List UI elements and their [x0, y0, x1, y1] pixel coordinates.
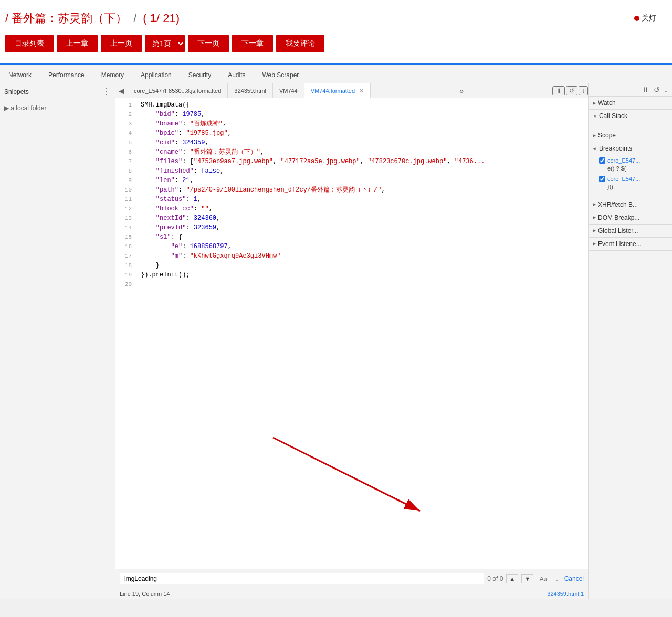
pause-button[interactable]: ⏸	[552, 86, 565, 95]
step-over-debugger-button[interactable]: ↺	[653, 86, 661, 94]
next-page-button[interactable]: 下一页	[188, 35, 229, 52]
light-icon	[634, 16, 639, 21]
search-input[interactable]	[120, 573, 484, 584]
comment-button[interactable]: 我要评论	[276, 35, 324, 52]
call-stack-section: ▼ Call Stack	[589, 110, 672, 129]
xhr-section-toggle[interactable]: ▶ XHR/fetch B...	[589, 198, 672, 211]
search-count: 0 of 0	[487, 575, 503, 582]
tab-audits[interactable]: Audits	[219, 68, 254, 83]
snippets-title: Snippets	[4, 88, 29, 95]
snippets-header: Snippets ⋮	[0, 83, 115, 100]
dom-triangle-icon: ▶	[593, 215, 596, 220]
event-section-toggle[interactable]: ▶ Event Listene...	[589, 238, 672, 250]
search-dot-option[interactable]: .	[553, 574, 561, 583]
editor-tab-0[interactable]: core_E5477F8530...8.js:formatted	[128, 83, 228, 98]
scope-section-toggle[interactable]: ▶ Scope	[589, 129, 672, 142]
snippets-body: ▶ a local folder	[0, 100, 115, 599]
code-container[interactable]: 1 2 3 4 5 6 7 8 9 10 11 12 13	[116, 98, 588, 569]
page-title: / 番外篇：苏灵韵（下） / ( 1/ 21) 关灯	[5, 10, 656, 26]
prev-chapter-button[interactable]: 上一章	[57, 35, 98, 52]
editor-wrapper: 1 2 3 4 5 6 7 8 9 10 11 12 13	[116, 98, 588, 569]
global-section: ▶ Global Lister...	[589, 225, 672, 238]
call-stack-content	[589, 122, 672, 129]
title-divider: /	[133, 12, 136, 25]
event-section: ▶ Event Listene...	[589, 238, 672, 251]
page-content: / 番外篇：苏灵韵（下） / ( 1/ 21) 关灯 目录列表 上一章 上一页 …	[0, 0, 672, 63]
editor-tabs: ◀ core_E5477F8530...8.js:formatted 32435…	[116, 83, 588, 98]
title-prefix: / 番外篇：苏灵韵（下）	[5, 10, 127, 26]
search-next-button[interactable]: ▼	[521, 574, 533, 583]
scope-section: ▶ Scope	[589, 129, 672, 142]
breakpoints-triangle-icon: ▼	[592, 146, 597, 151]
light-button[interactable]: 关灯	[634, 14, 656, 23]
pause-debugger-button[interactable]: ⏸	[641, 86, 650, 94]
editor-status-bar: Line 19, Column 14 324359.html:1	[116, 588, 588, 599]
close-tab-icon[interactable]: ✕	[359, 83, 364, 98]
cursor-position: Line 19, Column 14	[120, 591, 170, 597]
search-aa-option[interactable]: Aa	[537, 574, 550, 583]
snippets-panel: Snippets ⋮ ▶ a local folder	[0, 83, 116, 599]
search-prev-button[interactable]: ▲	[506, 574, 518, 583]
toc-button[interactable]: 目录列表	[5, 35, 54, 52]
breakpoints-content: core_E547... e() ? $( core_E547... }(),	[589, 155, 672, 198]
editor-area: ◀ core_E5477F8530...8.js:formatted 32435…	[116, 83, 588, 599]
devtools-tabs: Network Performance Memory Application S…	[0, 65, 672, 83]
tab-network[interactable]: Network	[0, 68, 40, 83]
breakpoint-checkbox-0[interactable]	[599, 157, 605, 164]
editor-search: 0 of 0 ▲ ▼ Aa . Cancel	[116, 569, 588, 588]
step-in-button[interactable]: ↓	[663, 86, 669, 94]
tab-security[interactable]: Security	[180, 68, 219, 83]
editor-tab-back-icon[interactable]: ◀	[116, 87, 128, 95]
editor-tab-actions: ⏸ ↺ ↓	[552, 86, 588, 95]
watch-section: ▶ Watch	[589, 97, 672, 110]
breakpoint-item-0: core_E547... e() ? $(	[599, 157, 668, 173]
xhr-section: ▶ XHR/fetch B...	[589, 198, 672, 211]
tab-memory[interactable]: Memory	[93, 68, 132, 83]
watch-section-toggle[interactable]: ▶ Watch	[589, 97, 672, 109]
editor-tab-3[interactable]: VM744:formatted ✕	[304, 83, 371, 98]
page-current: ( 1/ 21)	[143, 12, 180, 25]
tab-performance[interactable]: Performance	[40, 68, 93, 83]
step-over-button[interactable]: ↺	[566, 86, 578, 95]
editor-tab-more-icon[interactable]: »	[456, 87, 467, 95]
breakpoints-section-toggle[interactable]: ▼ Breakpoints	[589, 142, 672, 155]
snippets-menu-icon[interactable]: ⋮	[102, 87, 111, 97]
dom-section: ▶ DOM Breakp...	[589, 211, 672, 225]
tab-web-scraper[interactable]: Web Scraper	[254, 68, 308, 83]
local-folder-item[interactable]: ▶ a local folder	[4, 104, 111, 112]
call-stack-triangle-icon: ▼	[592, 114, 597, 118]
xhr-triangle-icon: ▶	[593, 202, 596, 207]
next-chapter-button[interactable]: 下一章	[232, 35, 273, 52]
line-numbers: 1 2 3 4 5 6 7 8 9 10 11 12 13	[116, 98, 136, 569]
editor-tab-2[interactable]: VM744	[273, 83, 304, 98]
devtools: Network Performance Memory Application S…	[0, 63, 672, 599]
call-stack-section-toggle[interactable]: ▼ Call Stack	[589, 110, 672, 122]
breakpoints-section: ▼ Breakpoints core_E547... e() ? $(	[589, 142, 672, 198]
editor-tab-1[interactable]: 324359.html	[228, 83, 273, 98]
breakpoint-item-1: core_E547... }(),	[599, 175, 668, 192]
watch-triangle-icon: ▶	[593, 101, 596, 105]
file-reference: 324359.html:1	[547, 591, 584, 597]
breakpoint-checkbox-1[interactable]	[599, 176, 605, 182]
step-down-button[interactable]: ↓	[579, 86, 588, 95]
right-panel-header: ⏸ ↺ ↓	[589, 83, 672, 97]
global-section-toggle[interactable]: ▶ Global Lister...	[589, 225, 672, 237]
nav-buttons: 目录列表 上一章 上一页 第1页 下一页 下一章 我要评论	[5, 35, 656, 52]
search-cancel-button[interactable]: Cancel	[564, 575, 584, 582]
dom-section-toggle[interactable]: ▶ DOM Breakp...	[589, 211, 672, 224]
devtools-body: Snippets ⋮ ▶ a local folder ◀ core_E5477…	[0, 83, 672, 599]
global-triangle-icon: ▶	[593, 228, 596, 233]
tab-application[interactable]: Application	[132, 68, 180, 83]
page-select[interactable]: 第1页	[145, 35, 185, 52]
code-text: SMH.imgData({ "bid": 19785, "bname": "百炼…	[136, 98, 588, 569]
event-triangle-icon: ▶	[593, 241, 596, 246]
scope-triangle-icon: ▶	[593, 133, 596, 138]
prev-page-button[interactable]: 上一页	[101, 35, 142, 52]
right-panel: ⏸ ↺ ↓ ▶ Watch ▼ Call Stack	[588, 83, 672, 599]
